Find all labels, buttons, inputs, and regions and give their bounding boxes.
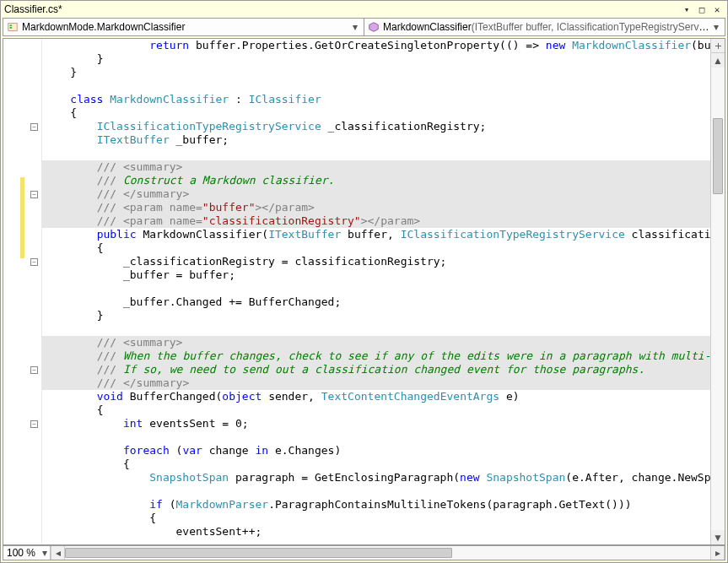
scroll-down-arrow[interactable]: ▼	[711, 530, 725, 544]
code-line[interactable]: /// <summary>	[42, 336, 710, 349]
chevron-down-icon: ▾	[350, 21, 360, 33]
code-line[interactable]	[42, 485, 710, 498]
code-line[interactable]: /// </summary>	[42, 376, 710, 390]
maximize-button[interactable]: □	[695, 3, 709, 15]
window-buttons: ▾ □ ✕	[680, 3, 724, 15]
code-line[interactable]: eventsSent++;	[42, 525, 710, 539]
code-line[interactable]: foreach (var change in e.Changes)	[42, 444, 710, 457]
code-line[interactable]	[42, 430, 710, 444]
code-line[interactable]: int eventsSent = 0;	[42, 417, 710, 430]
scroll-thumb[interactable]	[65, 548, 452, 558]
fold-toggle[interactable]: −	[30, 123, 38, 131]
window-dropdown-button[interactable]: ▾	[680, 3, 693, 15]
code-line[interactable]	[42, 147, 710, 160]
code-line[interactable]: {	[42, 457, 710, 471]
type-dropdown[interactable]: MarkdownMode.MarkdownClassifier ▾	[3, 19, 364, 35]
code-line[interactable]: /// </summary>	[42, 187, 710, 201]
code-line[interactable]: /// Construct a Markdown classifier.	[42, 174, 710, 187]
chevron-down-icon: ▾	[711, 21, 721, 33]
code-line[interactable]: /// <summary>	[42, 160, 710, 174]
scroll-right-arrow[interactable]: ▸	[710, 546, 725, 560]
svg-rect-0	[8, 24, 18, 31]
scroll-up-arrow[interactable]: ▲	[711, 53, 725, 68]
code-line[interactable]: }	[42, 309, 710, 322]
code-line[interactable]: _buffer = buffer;	[42, 268, 710, 282]
code-line[interactable]: /// <param name="classificationRegistry"…	[42, 214, 710, 228]
code-line[interactable]: /// If so, we need to send out a classif…	[42, 363, 710, 376]
zoom-value: 100 %	[7, 547, 35, 559]
code-line[interactable]	[42, 322, 710, 336]
code-line[interactable]: }	[42, 66, 710, 79]
class-icon	[7, 21, 19, 33]
close-button[interactable]: ✕	[710, 3, 724, 15]
change-indicator	[20, 177, 24, 258]
editor-window: Classifier.cs* ▾ □ ✕ MarkdownMode.Markdo…	[0, 0, 728, 563]
code-line[interactable]: IClassificationTypeRegistryService _clas…	[42, 120, 710, 133]
type-dropdown-text: MarkdownMode.MarkdownClassifier	[22, 21, 350, 33]
code-line[interactable]: return buffer.Properties.GetOrCreateSing…	[42, 39, 710, 52]
vertical-scrollbar[interactable]: ▲ ▼	[710, 53, 725, 544]
code-line[interactable]: if (MarkdownParser.ParagraphContainsMult…	[42, 498, 710, 512]
titlebar: Classifier.cs* ▾ □ ✕	[1, 1, 727, 18]
code-line[interactable]: public MarkdownClassifier(ITextBuffer bu…	[42, 228, 710, 241]
code-line[interactable]	[42, 79, 710, 93]
svg-rect-2	[10, 27, 13, 29]
code-line[interactable]: {	[42, 512, 710, 525]
fold-toggle[interactable]: −	[30, 366, 38, 374]
code-line[interactable]: /// <param name="buffer"></param>	[42, 201, 710, 214]
code-line[interactable]: void BufferChanged(object sender, TextCo…	[42, 390, 710, 403]
code-editor[interactable]: −−−−− return buffer.Properties.GetOrCrea…	[3, 38, 725, 545]
code-surface[interactable]: return buffer.Properties.GetOrCreateSing…	[42, 39, 710, 544]
outlining-margin: −−−−−	[30, 39, 41, 544]
member-dropdown[interactable]: MarkdownClassifier(ITextBuffer buffer, I…	[364, 19, 725, 35]
scroll-track[interactable]	[65, 546, 710, 560]
code-line[interactable]: {	[42, 106, 710, 120]
code-line[interactable]: _buffer.Changed += BufferChanged;	[42, 295, 710, 309]
code-line[interactable]: ITextBuffer _buffer;	[42, 133, 710, 147]
svg-marker-3	[369, 23, 379, 32]
code-line[interactable]: {	[42, 403, 710, 417]
fold-toggle[interactable]: −	[30, 258, 38, 266]
code-line[interactable]: class MarkdownClassifier : IClassifier	[42, 93, 710, 106]
code-line[interactable]: {	[42, 241, 710, 255]
svg-rect-1	[10, 24, 13, 26]
code-line[interactable]: _classificationRegistry = classification…	[42, 255, 710, 268]
status-bar: 100 % ▾ ◂ ▸	[3, 545, 725, 560]
code-line[interactable]: SnapshotSpan paragraph = GetEnclosingPar…	[42, 471, 710, 485]
horizontal-scrollbar[interactable]: ◂ ▸	[51, 546, 725, 560]
member-dropdown-text: MarkdownClassifier(ITextBuffer buffer, I…	[383, 21, 711, 33]
method-icon	[368, 21, 380, 33]
code-line[interactable]: }	[42, 52, 710, 66]
split-button[interactable]	[710, 39, 725, 53]
document-title: Classifier.cs*	[4, 3, 62, 15]
editor-gutter: −−−−−	[3, 39, 42, 544]
scroll-track[interactable]	[711, 68, 725, 530]
code-line[interactable]: /// When the buffer changes, check to se…	[42, 349, 710, 363]
zoom-dropdown[interactable]: 100 % ▾	[3, 546, 51, 560]
fold-toggle[interactable]: −	[30, 420, 38, 428]
chevron-down-icon: ▾	[42, 547, 47, 559]
navigation-bar: MarkdownMode.MarkdownClassifier ▾ Markdo…	[3, 18, 725, 36]
code-line[interactable]	[42, 282, 710, 295]
scroll-thumb[interactable]	[713, 118, 723, 194]
scroll-left-arrow[interactable]: ◂	[51, 546, 65, 560]
fold-toggle[interactable]: −	[30, 191, 38, 198]
